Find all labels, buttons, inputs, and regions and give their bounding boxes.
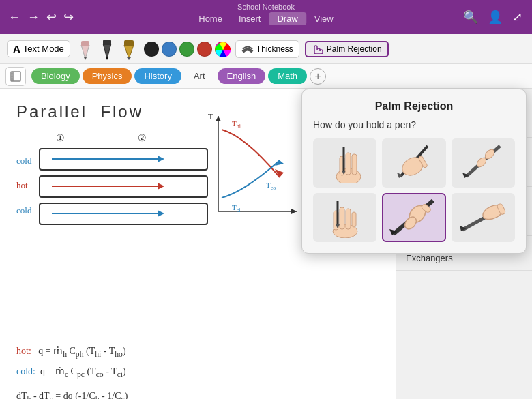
expand-icon[interactable]: ⤢ bbox=[512, 10, 522, 25]
label-cold-top: cold bbox=[16, 156, 31, 166]
svg-marker-2 bbox=[84, 57, 87, 60]
text-mode-button[interactable]: A Text Mode bbox=[7, 40, 70, 57]
equations-block: hot: q = ṁh Cph (Thi - Tho) cold: q = ṁc… bbox=[16, 342, 379, 399]
svg-text:Thi: Thi bbox=[232, 119, 241, 130]
palm-rejection-title: Palm Rejection bbox=[313, 100, 515, 113]
tab-math[interactable]: Math bbox=[268, 68, 307, 84]
svg-text:T: T bbox=[208, 111, 213, 121]
redo-button[interactable]: ↪ bbox=[63, 10, 74, 25]
svg-marker-3 bbox=[103, 44, 111, 59]
nav-controls: ← → ↩ ↪ bbox=[0, 10, 74, 25]
grip-option-5[interactable] bbox=[382, 193, 445, 242]
svg-rect-4 bbox=[103, 40, 111, 45]
app-title-container: School Notebook Home Insert Draw View bbox=[190, 3, 342, 25]
svg-point-13 bbox=[12, 76, 13, 77]
text-mode-letter: A bbox=[13, 43, 20, 55]
notebook-tabs: Biology Physics History Art English Math… bbox=[0, 64, 532, 89]
tab-english[interactable]: English bbox=[218, 68, 266, 84]
palm-rejection-question: How do you hold a pen? bbox=[313, 119, 515, 130]
tab-biology[interactable]: Biology bbox=[31, 68, 80, 84]
menu-tabs: Home Insert Draw View bbox=[190, 12, 342, 25]
svg-rect-7 bbox=[124, 40, 134, 46]
diagram-label-1: ① bbox=[56, 132, 65, 144]
label-hot: hot bbox=[16, 180, 28, 191]
back-button[interactable]: ← bbox=[8, 10, 20, 25]
label-cold-bottom: cold bbox=[16, 205, 31, 216]
menu-tab-draw[interactable]: Draw bbox=[269, 12, 306, 25]
svg-marker-32 bbox=[291, 209, 297, 214]
color-red[interactable] bbox=[197, 42, 212, 57]
pen-tools bbox=[76, 38, 138, 60]
thickness-button[interactable]: Thickness bbox=[235, 40, 299, 58]
notebook-page-btn[interactable] bbox=[5, 67, 26, 86]
tab-physics[interactable]: Physics bbox=[83, 68, 132, 84]
grip-option-3[interactable] bbox=[452, 138, 515, 188]
grip-option-1[interactable] bbox=[313, 138, 376, 188]
menu-tab-home[interactable]: Home bbox=[190, 12, 231, 25]
palm-rejection-popup: Palm Rejection How do you hold a pen? bbox=[301, 89, 527, 254]
palm-rejection-button[interactable]: Palm Rejection bbox=[305, 41, 389, 57]
color-black[interactable] bbox=[144, 42, 159, 57]
grip-option-4[interactable] bbox=[313, 193, 376, 242]
svg-marker-23 bbox=[158, 210, 164, 217]
text-mode-label: Text Mode bbox=[23, 44, 64, 54]
app-name: School Notebook bbox=[237, 3, 295, 11]
svg-marker-33 bbox=[216, 116, 221, 121]
grip-option-6[interactable] bbox=[452, 193, 515, 242]
flow-box-middle bbox=[38, 175, 209, 198]
svg-rect-51 bbox=[346, 209, 351, 229]
color-blue[interactable] bbox=[162, 42, 177, 57]
color-green[interactable] bbox=[179, 42, 194, 57]
titlebar-right: 🔍 👤 ⤢ bbox=[463, 10, 532, 25]
main-content: Parallel Flow ① ② cold hot cold bbox=[0, 89, 532, 399]
svg-text:Tco: Tco bbox=[266, 181, 276, 191]
pen-tool-3[interactable] bbox=[119, 38, 138, 60]
svg-rect-50 bbox=[340, 207, 344, 229]
svg-marker-8 bbox=[127, 57, 131, 60]
svg-marker-17 bbox=[158, 156, 164, 162]
menu-tab-view[interactable]: View bbox=[306, 12, 342, 25]
svg-marker-6 bbox=[124, 45, 134, 59]
svg-marker-20 bbox=[158, 183, 164, 190]
diagram-label-2: ② bbox=[138, 132, 147, 144]
svg-rect-37 bbox=[352, 154, 357, 175]
svg-marker-5 bbox=[106, 57, 108, 60]
svg-rect-52 bbox=[352, 212, 356, 227]
undo-button[interactable]: ↩ bbox=[46, 10, 57, 25]
forward-button[interactable]: → bbox=[27, 10, 40, 25]
tab-history[interactable]: History bbox=[134, 68, 181, 84]
user-icon[interactable]: 👤 bbox=[488, 10, 503, 25]
svg-marker-0 bbox=[81, 45, 89, 59]
palm-rejection-label: Palm Rejection bbox=[327, 44, 382, 54]
pen-tool-2[interactable] bbox=[98, 38, 117, 60]
pen-grips-grid bbox=[313, 138, 515, 242]
grip-option-2[interactable] bbox=[382, 138, 445, 188]
palm-rejection-icon bbox=[312, 44, 324, 54]
eq-hot: hot: q = ṁh Cph (Thi - Tho) bbox=[16, 342, 379, 362]
eq-diff: dTh - dTc = dq (-1/Ch - 1/Cc) bbox=[16, 387, 379, 399]
menu-tab-insert[interactable]: Insert bbox=[231, 12, 269, 25]
color-swatches bbox=[144, 42, 230, 57]
pen-tool-1[interactable] bbox=[76, 38, 95, 60]
flow-box-bottom bbox=[38, 202, 209, 226]
svg-point-12 bbox=[12, 73, 13, 74]
svg-rect-36 bbox=[346, 153, 351, 175]
notebook-icon bbox=[10, 71, 22, 82]
search-icon[interactable]: 🔍 bbox=[463, 10, 478, 25]
temp-graph: T Thi Tci Tco bbox=[205, 109, 300, 218]
flow-box-top bbox=[38, 147, 209, 171]
toolbar: A Text Mode bbox=[0, 34, 532, 64]
thickness-label: Thickness bbox=[256, 44, 293, 54]
thickness-icon bbox=[241, 43, 254, 55]
tab-art[interactable]: Art bbox=[184, 68, 215, 84]
eq-cold: cold: q = ṁc Cpc (Tco - Tci) bbox=[16, 362, 379, 383]
color-multicolor[interactable] bbox=[215, 42, 230, 57]
title-bar: ← → ↩ ↪ School Notebook Home Insert Draw… bbox=[0, 0, 532, 34]
add-tab-button[interactable]: + bbox=[310, 68, 326, 85]
svg-rect-1 bbox=[81, 41, 89, 46]
svg-point-14 bbox=[12, 78, 13, 80]
